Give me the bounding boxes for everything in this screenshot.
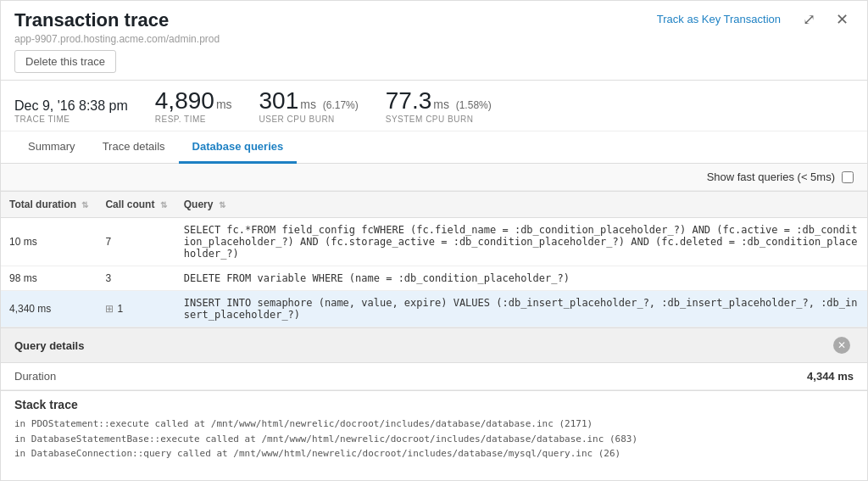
system-cpu-label: SYSTEM CPU BURN bbox=[386, 115, 492, 124]
stack-trace: Stack trace in PDOStatement::execute cal… bbox=[1, 391, 867, 468]
expand-icon[interactable]: ⤢ bbox=[798, 10, 821, 29]
sort-icon-query: ⇅ bbox=[219, 200, 225, 210]
duration-cell: 4,340 ms bbox=[1, 291, 97, 327]
stack-trace-title: Stack trace bbox=[14, 398, 854, 411]
main-container: Transaction trace app-9907.prod.hosting.… bbox=[0, 0, 868, 481]
stack-trace-line: in DatabaseConnection::query called at /… bbox=[14, 446, 854, 461]
query-cell: SELECT fc.*FROM field_config fcWHERE (fc… bbox=[175, 218, 867, 266]
filter-row: Show fast queries (< 5ms) bbox=[1, 164, 867, 191]
page-title: Transaction trace bbox=[14, 9, 220, 31]
stack-trace-lines: in PDOStatement::execute called at /mnt/… bbox=[14, 417, 854, 461]
col-call-count[interactable]: Call count ⇅ bbox=[97, 192, 175, 218]
metrics-row: Dec 9, '16 8:38 pm TRACE TIME 4,890ms RE… bbox=[1, 81, 867, 131]
trace-time-label: TRACE TIME bbox=[14, 115, 128, 124]
user-cpu-label: USER CPU BURN bbox=[259, 115, 359, 124]
close-circle-icon: ✕ bbox=[833, 337, 850, 354]
resp-time-metric: 4,890ms RESP. TIME bbox=[155, 89, 232, 124]
table-row[interactable]: 10 ms7SELECT fc.*FROM field_config fcWHE… bbox=[1, 218, 867, 266]
close-icon[interactable]: ✕ bbox=[831, 10, 854, 29]
table-area: Total duration ⇅ Call count ⇅ Query ⇅ 10… bbox=[1, 191, 867, 327]
trace-time-value: Dec 9, '16 8:38 pm bbox=[14, 99, 128, 113]
table-row[interactable]: 98 ms3DELETE FROM variable WHERE (name =… bbox=[1, 266, 867, 291]
col-total-duration[interactable]: Total duration ⇅ bbox=[1, 192, 97, 218]
duration-cell: 10 ms bbox=[1, 218, 97, 266]
table-header-row: Total duration ⇅ Call count ⇅ Query ⇅ bbox=[1, 192, 867, 218]
header-right: Track as Key Transaction ⤢ ✕ bbox=[650, 9, 854, 29]
col-query[interactable]: Query ⇅ bbox=[175, 192, 867, 218]
tabs: Summary Trace details Database queries bbox=[1, 131, 867, 164]
query-cell: INSERT INTO semaphore (name, value, expi… bbox=[175, 291, 867, 327]
copy-icon: ⊞ bbox=[105, 303, 114, 315]
sort-icon-duration: ⇅ bbox=[81, 200, 88, 210]
query-details: Query details ✕ Duration 4,344 ms bbox=[1, 327, 867, 391]
sort-icon-callcount: ⇅ bbox=[160, 200, 167, 210]
resp-time-label: RESP. TIME bbox=[155, 115, 232, 124]
system-cpu-value: 77.3ms (1.58%) bbox=[386, 89, 492, 113]
filter-checkbox[interactable] bbox=[842, 171, 854, 183]
tab-database-queries[interactable]: Database queries bbox=[179, 131, 298, 164]
call-count-cell: 3 bbox=[97, 266, 175, 291]
queries-table: Total duration ⇅ Call count ⇅ Query ⇅ 10… bbox=[1, 191, 867, 327]
header-left: Transaction trace app-9907.prod.hosting.… bbox=[14, 9, 220, 80]
tab-summary[interactable]: Summary bbox=[14, 131, 89, 164]
system-cpu-metric: 77.3ms (1.58%) SYSTEM CPU BURN bbox=[386, 89, 492, 124]
track-key-transaction-button[interactable]: Track as Key Transaction bbox=[650, 9, 787, 29]
delete-trace-button[interactable]: Delete this trace bbox=[14, 50, 116, 73]
query-details-duration-row: Duration 4,344 ms bbox=[1, 363, 867, 390]
query-details-title: Query details bbox=[14, 339, 84, 352]
stack-trace-line: in PDOStatement::execute called at /mnt/… bbox=[14, 417, 854, 432]
stack-trace-line: in DatabaseStatementBase::execute called… bbox=[14, 432, 854, 447]
table-row[interactable]: 4,340 ms⊞1INSERT INTO semaphore (name, v… bbox=[1, 291, 867, 327]
duration-label: Duration bbox=[14, 370, 56, 383]
duration-value: 4,344 ms bbox=[807, 370, 854, 383]
duration-cell: 98 ms bbox=[1, 266, 97, 291]
user-cpu-value: 301ms (6.17%) bbox=[259, 89, 359, 113]
url-text: app-9907.prod.hosting.acme.com/admin.pro… bbox=[14, 33, 220, 45]
query-details-header: Query details ✕ bbox=[1, 328, 867, 363]
header: Transaction trace app-9907.prod.hosting.… bbox=[1, 1, 867, 81]
query-cell: DELETE FROM variable WHERE (name = :db_c… bbox=[175, 266, 867, 291]
filter-label: Show fast queries (< 5ms) bbox=[707, 171, 835, 183]
resp-time-value: 4,890ms bbox=[155, 89, 232, 113]
call-count-cell: ⊞1 bbox=[97, 291, 175, 327]
call-count-cell: 7 bbox=[97, 218, 175, 266]
user-cpu-metric: 301ms (6.17%) USER CPU BURN bbox=[259, 89, 359, 124]
query-details-close-button[interactable]: ✕ bbox=[830, 335, 854, 355]
tab-trace-details[interactable]: Trace details bbox=[89, 131, 179, 164]
trace-time-metric: Dec 9, '16 8:38 pm TRACE TIME bbox=[14, 99, 128, 124]
